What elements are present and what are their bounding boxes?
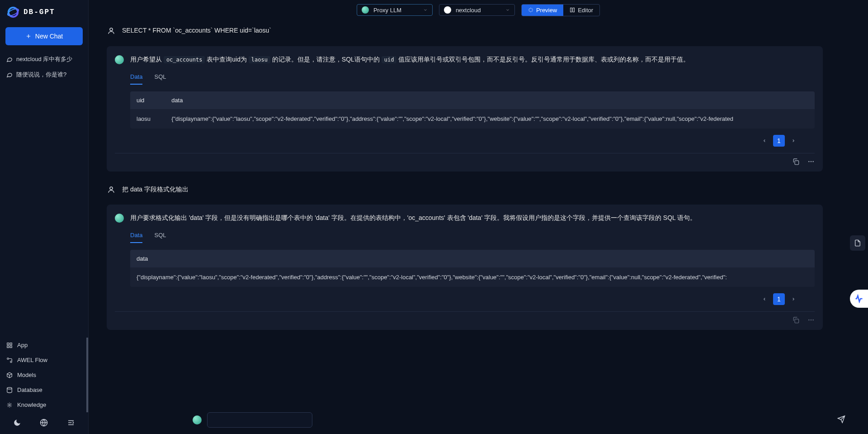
chevron-left-icon (762, 138, 767, 143)
tab-data[interactable]: Data (130, 72, 142, 85)
user-message-text: 把 data 字段格式化输出 (122, 184, 823, 195)
nav-models[interactable]: Models (0, 367, 88, 382)
user-message: 把 data 字段格式化输出 (107, 184, 823, 195)
top-bar: Proxy LLM nextcloud Preview Editor (89, 0, 868, 17)
chat-bubble-icon (6, 72, 13, 78)
side-panel-toggle[interactable] (850, 235, 865, 251)
svg-point-18 (110, 187, 113, 190)
send-button[interactable] (837, 415, 845, 425)
chat-history-title: 随便说说，你是谁? (16, 71, 66, 79)
assistant-message-text: 用户希望从 oc_accounts 表中查询uid为 laosu 的记录。但是，… (130, 54, 815, 65)
svg-point-16 (811, 161, 812, 162)
message-actions (115, 153, 815, 165)
inline-code: laosu (249, 56, 270, 63)
page-number[interactable]: 1 (773, 293, 785, 305)
svg-rect-11 (571, 8, 572, 12)
assistant-launcher[interactable] (850, 290, 868, 308)
table-row: laosu {"displayname":{"value":"laosu","s… (130, 109, 815, 129)
table-cell: laosu (130, 109, 165, 129)
flow-icon (6, 357, 13, 363)
user-avatar-icon (107, 26, 116, 35)
copy-icon[interactable] (792, 158, 799, 165)
database-selector[interactable]: nextcloud (439, 4, 515, 16)
page-number[interactable]: 1 (773, 135, 785, 147)
editor-label: Editor (578, 7, 593, 14)
assistant-message-text: 用户要求格式化输出 'data' 字段，但是没有明确指出是哪个表中的 'data… (130, 213, 815, 224)
nav-label: App (17, 342, 28, 348)
chevron-right-icon (791, 297, 796, 301)
chat-history-item[interactable]: nextcloud 库中有多少 (0, 52, 88, 67)
tab-sql[interactable]: SQL (154, 230, 166, 243)
page-prev-button[interactable] (759, 293, 770, 305)
model-avatar-icon (362, 6, 369, 14)
chevron-down-icon (505, 8, 510, 12)
tab-data[interactable]: Data (130, 230, 142, 243)
brand-row: DB-GPT (0, 0, 88, 23)
brand-text: DB-GPT (24, 8, 55, 16)
collapse-icon[interactable] (67, 419, 75, 427)
nav-label: Database (17, 386, 42, 393)
main-panel: Proxy LLM nextcloud Preview Editor SELE (89, 0, 868, 434)
user-message: SELECT * FROM `oc_accounts` WHERE uid=`l… (107, 25, 823, 36)
svg-rect-19 (795, 319, 799, 323)
page-next-button[interactable] (788, 293, 799, 305)
nav-label: Knowledge (17, 401, 46, 408)
svg-rect-4 (10, 346, 12, 348)
database-icon (6, 387, 13, 393)
new-chat-label: New Chat (35, 33, 63, 40)
more-icon[interactable] (807, 316, 815, 324)
chat-history-list: nextcloud 库中有多少 随便说说，你是谁? (0, 52, 88, 82)
svg-point-15 (808, 161, 810, 162)
pagination: 1 (115, 293, 799, 305)
svg-point-13 (110, 28, 113, 31)
view-toggle: Preview Editor (521, 4, 600, 16)
sparkle-icon (528, 7, 533, 13)
nav-label: AWEL Flow (17, 357, 47, 363)
inline-code: uid (382, 56, 397, 63)
svg-rect-12 (573, 8, 575, 12)
svg-point-22 (812, 320, 814, 321)
model-selector[interactable]: Proxy LLM (357, 4, 433, 16)
chat-scroll-area[interactable]: SELECT * FROM `oc_accounts` WHERE uid=`l… (89, 17, 868, 434)
assistant-message-card: 用户希望从 oc_accounts 表中查询uid为 laosu 的记录。但是，… (107, 46, 823, 172)
nav-app[interactable]: App (0, 338, 88, 353)
svg-point-6 (7, 358, 9, 359)
preview-tab[interactable]: Preview (522, 5, 563, 16)
send-icon (837, 415, 845, 424)
knowledge-icon (6, 402, 13, 408)
svg-rect-3 (10, 343, 12, 344)
svg-point-21 (811, 320, 812, 321)
user-message-text: SELECT * FROM `oc_accounts` WHERE uid=`l… (122, 25, 823, 36)
table-header: data (130, 250, 815, 267)
table-header: data (165, 91, 815, 109)
more-icon[interactable] (807, 158, 815, 165)
new-chat-button[interactable]: New Chat (5, 27, 83, 45)
table-cell: {"displayname":{"value":"laosu","scope":… (130, 267, 815, 287)
moon-icon[interactable] (13, 419, 21, 427)
layout-icon (570, 7, 575, 13)
globe-icon[interactable] (40, 419, 48, 427)
copy-icon[interactable] (792, 316, 799, 324)
result-table: data {"displayname":{"value":"laosu","sc… (130, 250, 815, 287)
svg-point-9 (9, 404, 10, 406)
plus-icon (25, 33, 32, 39)
chat-history-title: nextcloud 库中有多少 (16, 55, 72, 63)
chat-history-item[interactable]: 随便说说，你是谁? (0, 67, 88, 82)
nav-database[interactable]: Database (0, 382, 88, 397)
sidebar-footer (0, 412, 88, 434)
pulse-icon (854, 294, 863, 303)
nav-knowledge[interactable]: Knowledge (0, 397, 88, 412)
model-label: Proxy LLM (373, 7, 401, 14)
assistant-message-card: 用户要求格式化输出 'data' 字段，但是没有明确指出是哪个表中的 'data… (107, 205, 823, 330)
editor-tab[interactable]: Editor (563, 5, 599, 16)
chat-input[interactable] (207, 412, 312, 428)
svg-point-1 (7, 7, 20, 17)
page-next-button[interactable] (788, 135, 799, 147)
svg-point-17 (812, 161, 814, 162)
chevron-left-icon (762, 297, 767, 301)
nav-awel-flow[interactable]: AWEL Flow (0, 353, 88, 367)
page-prev-button[interactable] (759, 135, 770, 147)
table-header: uid (130, 91, 165, 109)
tab-sql[interactable]: SQL (154, 72, 166, 85)
sidebar-nav: App AWEL Flow Models Database Knowledge (0, 338, 88, 412)
